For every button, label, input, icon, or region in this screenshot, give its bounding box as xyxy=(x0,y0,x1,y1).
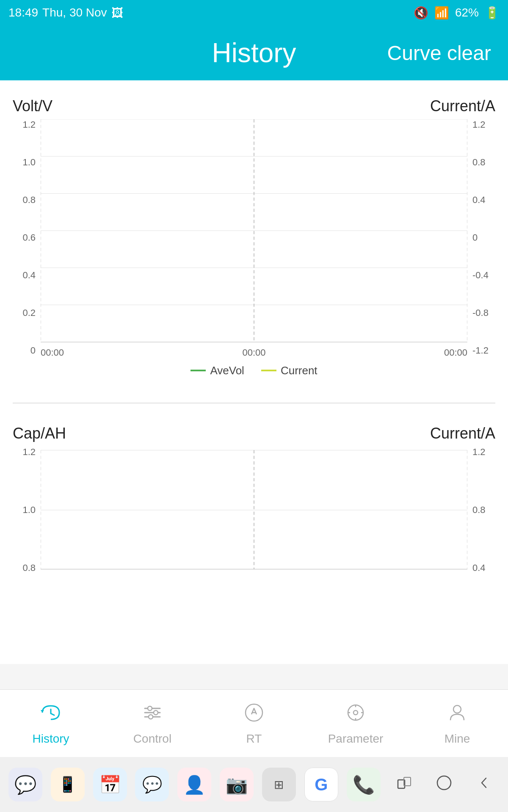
dock-app-twitter[interactable]: 💬 xyxy=(135,768,169,801)
app-bar: History Curve clear xyxy=(0,25,508,80)
dock-app-contacts[interactable]: 👤 xyxy=(177,768,211,801)
chart1-container: 1.2 1.0 0.8 0.6 0.4 0.2 0 1.2 0.8 0.4 0 … xyxy=(13,119,495,358)
battery-display: 62% xyxy=(455,6,479,19)
legend-current: Current xyxy=(261,364,318,377)
svg-point-22 xyxy=(148,706,152,710)
dock-app-camera[interactable]: 📷 xyxy=(220,768,254,801)
y-left-label-6: 0 xyxy=(30,345,36,356)
chart-section-2: Cap/AH Current/A 1.2 1.0 0.8 1.2 0.8 0.4 xyxy=(13,425,495,575)
chart1-header: Volt/V Current/A xyxy=(13,97,495,115)
dock-app-whatsapp[interactable]: 📞 xyxy=(347,768,381,801)
y-left-label-2: 0.8 xyxy=(22,195,36,206)
svg-point-27 xyxy=(348,705,363,720)
y-right-label-6: -1.2 xyxy=(472,345,489,356)
rt-icon xyxy=(243,702,265,729)
chart2-header: Cap/AH Current/A xyxy=(13,425,495,442)
y-left-label-1: 1.0 xyxy=(22,157,36,168)
photo-icon: 🖼 xyxy=(111,6,123,20)
legend-current-color xyxy=(261,370,276,371)
control-icon xyxy=(141,702,163,729)
svg-point-24 xyxy=(149,715,153,719)
dock-app-grid[interactable]: ⊞ xyxy=(262,768,296,801)
nav-rt-label: RT xyxy=(246,732,262,746)
svg-point-23 xyxy=(154,710,158,715)
dock-app-google[interactable]: G xyxy=(304,768,338,801)
chart2-svg xyxy=(41,447,467,573)
chart1-legend: AveVol Current xyxy=(13,364,495,377)
nav-item-mine[interactable]: Mine xyxy=(406,702,508,746)
chart1-right-label: Current/A xyxy=(430,97,495,115)
svg-point-33 xyxy=(453,705,461,713)
y2-left-label-2: 0.8 xyxy=(22,562,36,573)
chart2-left-label: Cap/AH xyxy=(13,425,66,442)
parameter-icon xyxy=(345,702,367,729)
svg-point-36 xyxy=(437,776,451,790)
chart-section-1: Volt/V Current/A 1.2 1.0 0.8 0.6 0.4 0.2… xyxy=(13,97,495,377)
dock-back-button[interactable] xyxy=(468,771,500,799)
chart2-y-right-axis: 1.2 0.8 0.4 xyxy=(470,447,495,573)
chart1-left-label: Volt/V xyxy=(13,97,52,115)
legend-current-label: Current xyxy=(281,364,318,377)
legend-avevol-color xyxy=(190,370,206,371)
x-label-3: 00:00 xyxy=(444,347,467,358)
y-right-label-4: -0.4 xyxy=(472,270,489,281)
y-left-label-4: 0.4 xyxy=(22,270,36,281)
y2-right-label-1: 0.8 xyxy=(472,505,486,516)
dock-app-calendar[interactable]: 📅 xyxy=(93,768,127,801)
y-right-label-5: -0.8 xyxy=(472,307,489,318)
curve-clear-button[interactable]: Curve clear xyxy=(387,41,491,65)
battery-icon: 🔋 xyxy=(485,6,500,20)
y-right-label-0: 1.2 xyxy=(472,119,486,130)
nav-parameter-label: Parameter xyxy=(328,732,384,746)
chart2-right-label: Current/A xyxy=(430,425,495,442)
x-label-1: 00:00 xyxy=(41,347,64,358)
y-right-label-3: 0 xyxy=(472,232,478,243)
y-right-label-1: 0.8 xyxy=(472,157,486,168)
legend-avevol: AveVol xyxy=(190,364,244,377)
nav-control-label: Control xyxy=(133,732,171,746)
chart2-y-left-axis: 1.2 1.0 0.8 xyxy=(13,447,38,573)
nav-item-history[interactable]: History xyxy=(0,702,102,746)
y2-right-label-2: 0.4 xyxy=(472,562,486,573)
chart2-svg-wrapper xyxy=(41,447,467,575)
x-label-2: 00:00 xyxy=(242,347,265,358)
mute-icon: 🔇 xyxy=(414,6,428,20)
y-right-label-2: 0.4 xyxy=(472,195,486,206)
chart1-svg xyxy=(41,119,467,343)
page-title: History xyxy=(212,37,296,69)
dock-recent-apps-button[interactable] xyxy=(389,771,420,799)
nav-history-label: History xyxy=(32,732,69,746)
chart2-container: 1.2 1.0 0.8 1.2 0.8 0.4 xyxy=(13,447,495,575)
dock-app-viber[interactable]: 💬 xyxy=(8,768,42,801)
mine-icon xyxy=(446,702,468,729)
y2-left-label-0: 1.2 xyxy=(22,447,36,458)
nav-mine-label: Mine xyxy=(444,732,470,746)
y-left-label-3: 0.6 xyxy=(22,232,36,243)
time-display: 18:49 xyxy=(8,6,38,19)
nav-item-parameter[interactable]: Parameter xyxy=(305,702,406,746)
chart-divider xyxy=(13,403,495,403)
y-left-label-5: 0.2 xyxy=(22,307,36,318)
y-left-label-0: 1.2 xyxy=(22,119,36,130)
nav-item-rt[interactable]: RT xyxy=(203,702,305,746)
y2-right-label-0: 1.2 xyxy=(472,447,486,458)
legend-avevol-label: AveVol xyxy=(210,364,244,377)
android-dock: 💬 📱 📅 💬 👤 📷 ⊞ G 📞 xyxy=(0,757,508,812)
chart1-svg-wrapper xyxy=(41,119,467,345)
date-display: Thu, 30 Nov xyxy=(42,6,107,19)
chart1-y-right-axis: 1.2 0.8 0.4 0 -0.4 -0.8 -1.2 xyxy=(470,119,495,356)
svg-point-28 xyxy=(353,710,358,715)
chart1-x-axis: 00:00 00:00 00:00 xyxy=(41,347,467,358)
y2-left-label-1: 1.0 xyxy=(22,505,36,516)
main-content: Volt/V Current/A 1.2 1.0 0.8 0.6 0.4 0.2… xyxy=(0,80,508,664)
history-icon xyxy=(40,702,62,729)
dock-home-button[interactable] xyxy=(428,771,460,799)
bottom-nav: History Control RT xyxy=(0,689,508,757)
dock-app-messages[interactable]: 📱 xyxy=(51,768,85,801)
status-bar: 18:49 Thu, 30 Nov 🖼 🔇 📶 62% 🔋 xyxy=(0,0,508,25)
nav-item-control[interactable]: Control xyxy=(102,702,203,746)
chart1-y-left-axis: 1.2 1.0 0.8 0.6 0.4 0.2 0 xyxy=(13,119,38,356)
wifi-icon: 📶 xyxy=(434,6,449,20)
